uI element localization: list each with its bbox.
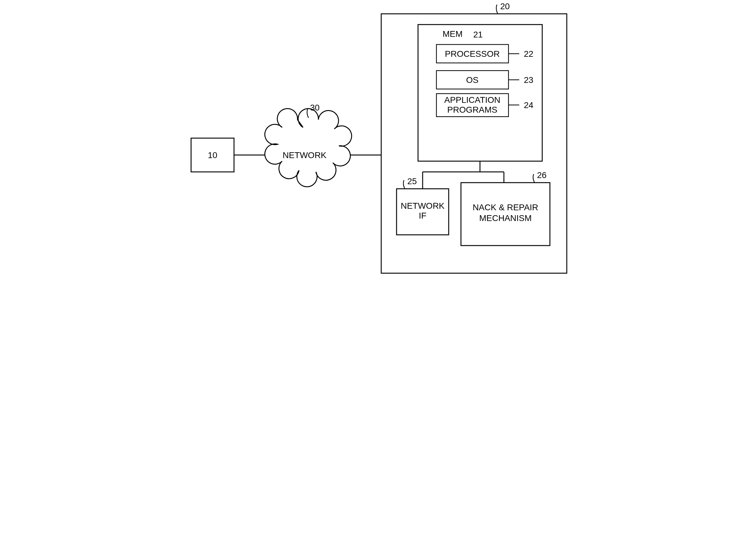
network-cloud: NETWORK [265,109,351,187]
ref-25: 25 [407,176,417,186]
ref-24: 24 [524,100,533,110]
network-if-label-1: NETWORK [401,201,444,210]
processor-label: PROCESSOR [445,49,500,59]
ref-20: 20 [500,2,510,11]
leader-20 [496,5,498,14]
nack-repair-label-2: MECHANISM [479,213,532,223]
diagram-canvas: 10 NETWORK 30 20 MEM 21 PROCESSOR 22 OS … [182,0,574,283]
ref-30: 30 [310,103,320,112]
os-label: OS [466,75,478,85]
nack-repair-label-1: NACK & REPAIR [472,202,538,212]
app-programs-label-2: PROGRAMS [447,105,497,114]
ref-26: 26 [537,170,547,180]
ref-22: 22 [524,49,533,59]
network-if-label-2: IF [419,211,426,220]
ref-21: 21 [473,30,483,39]
app-programs-label-1: APPLICATION [444,95,500,105]
block-10-label: 10 [208,150,217,160]
ref-23: 23 [524,75,533,85]
mem-label: MEM [443,29,462,39]
network-cloud-label: NETWORK [282,150,326,160]
